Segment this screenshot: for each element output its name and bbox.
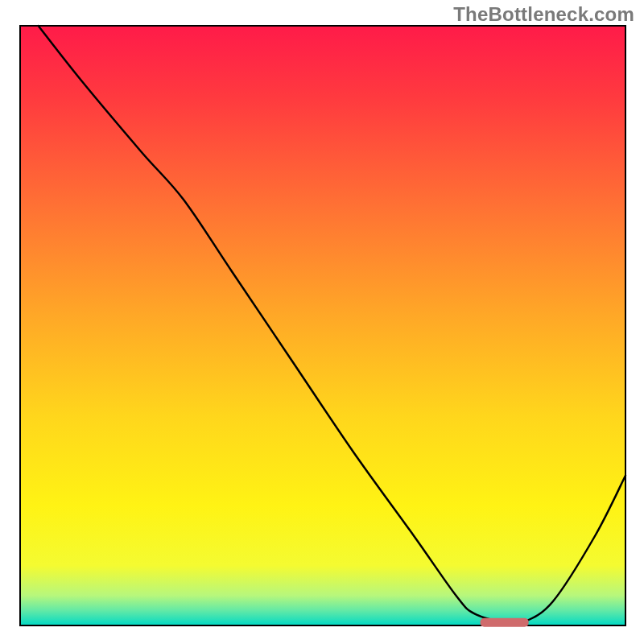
optimum-marker <box>481 618 529 627</box>
bottleneck-chart: TheBottleneck.com <box>0 0 644 644</box>
chart-canvas <box>0 0 644 644</box>
watermark-text: TheBottleneck.com <box>453 3 634 26</box>
